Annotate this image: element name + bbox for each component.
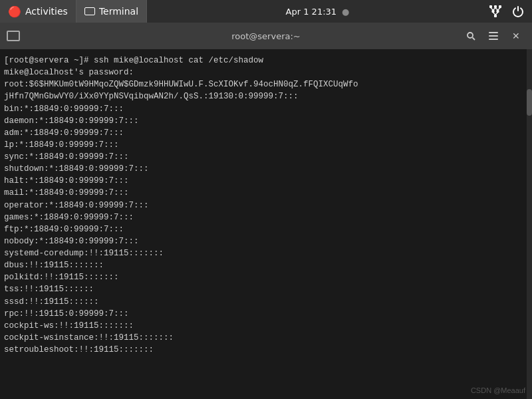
terminal-taskbar-label: Terminal xyxy=(99,6,138,17)
titlebar-left xyxy=(7,31,20,41)
svg-line-8 xyxy=(495,8,498,10)
terminal-line: dbus:!!:19115::::::: xyxy=(4,259,528,271)
terminal-line: tss:!!:19115:::::: xyxy=(4,283,528,295)
watermark: CSDN @Meaauf xyxy=(471,386,525,396)
svg-rect-16 xyxy=(489,39,498,40)
terminal-line: cockpit-ws:!!:19115::::::: xyxy=(4,320,528,332)
scrollbar-thumb[interactable] xyxy=(527,89,532,116)
terminal-title: root@servera:~ xyxy=(231,31,300,41)
terminal-line: daemon:*:18849:0:99999:7::: xyxy=(4,115,528,127)
network-icon[interactable] xyxy=(488,5,503,17)
terminal-line: [root@servera ~]# ssh mike@localhost cat… xyxy=(4,55,528,66)
terminal-line: shutdown:*:18849:0:99999:7::: xyxy=(4,163,528,175)
svg-line-11 xyxy=(495,13,498,15)
terminal-window: root@servera:~ ✕ xyxy=(0,23,532,399)
svg-rect-5 xyxy=(494,15,497,17)
svg-rect-3 xyxy=(491,10,494,13)
svg-rect-4 xyxy=(496,10,499,13)
terminal-line: systemd-coredump:!!:19115::::::: xyxy=(4,247,528,259)
activities-icon: 🔴 xyxy=(8,5,21,18)
svg-rect-0 xyxy=(489,5,492,8)
terminal-line: bin:*:18849:0:99999:7::: xyxy=(4,103,528,115)
activities-label: Activities xyxy=(25,6,68,17)
terminal-line: setroubleshoot:!!:19115::::::: xyxy=(4,344,528,356)
topbar-center: Apr 1 21:31 ● xyxy=(286,7,350,17)
svg-point-12 xyxy=(467,33,473,38)
scrollbar[interactable] xyxy=(527,49,532,399)
terminal-line: nobody:*:18849:0:99999:7::: xyxy=(4,235,528,247)
svg-line-10 xyxy=(493,13,495,15)
terminal-line: cockpit-wsinstance:!!:19115::::::: xyxy=(4,332,528,344)
activities-button[interactable]: 🔴 Activities xyxy=(0,0,76,23)
titlebar-controls: ✕ xyxy=(462,28,525,44)
topbar-right xyxy=(488,5,532,17)
svg-rect-15 xyxy=(489,35,498,37)
svg-line-9 xyxy=(497,8,500,10)
terminal-line: adm:*:18849:0:99999:7::: xyxy=(4,127,528,139)
datetime-label: Apr 1 21:31 xyxy=(286,7,337,17)
terminal-line: root:$6$HMKUm0tW9HMqoZQW$GDmzk9HHUWIwU.F… xyxy=(4,78,528,90)
terminal-taskbar-button[interactable]: Terminal xyxy=(76,0,147,23)
terminal-line: sssd:!!:19115:::::: xyxy=(4,296,528,308)
terminal-content[interactable]: [root@servera ~]# ssh mike@localhost cat… xyxy=(0,49,532,399)
svg-line-6 xyxy=(491,8,493,10)
terminal-line: lp:*:18849:0:99999:7::: xyxy=(4,139,528,151)
terminal-line: ftp:*:18849:0:99999:7::: xyxy=(4,223,528,235)
power-icon[interactable] xyxy=(512,5,524,17)
terminal-line: rpc:!!:19115:0:99999:7::: xyxy=(4,308,528,320)
close-button[interactable]: ✕ xyxy=(507,28,525,44)
search-button[interactable] xyxy=(462,28,480,44)
svg-line-7 xyxy=(493,8,495,10)
status-dot: ● xyxy=(342,7,349,17)
terminal-line: polkitd:!!:19115::::::: xyxy=(4,271,528,283)
svg-rect-1 xyxy=(494,5,497,8)
terminal-titlebar: root@servera:~ ✕ xyxy=(0,23,532,49)
terminal-small-icon xyxy=(84,7,95,15)
terminal-line: halt:*:18849:0:99999:7::: xyxy=(4,175,528,187)
terminal-line: mike@localhost's password: xyxy=(4,66,528,78)
terminal-line: sync:*:18849:0:99999:7::: xyxy=(4,151,528,163)
svg-rect-14 xyxy=(489,32,498,33)
svg-line-13 xyxy=(473,38,475,41)
terminal-line: games:*:18849:0:99999:7::: xyxy=(4,211,528,223)
topbar: 🔴 Activities Terminal Apr 1 21:31 ● xyxy=(0,0,532,23)
topbar-left: 🔴 Activities Terminal xyxy=(0,0,147,23)
terminal-line: operator:*:18849:0:99999:7::: xyxy=(4,200,528,211)
terminal-title-icon xyxy=(7,31,20,41)
svg-rect-2 xyxy=(499,5,501,8)
menu-button[interactable] xyxy=(484,28,503,44)
terminal-line: jHfn7QMnGbwVY0/iXx0YYpNSVqibqwAN2h/.QsS.… xyxy=(4,90,528,102)
terminal-line: mail:*:18849:0:99999:7::: xyxy=(4,187,528,199)
